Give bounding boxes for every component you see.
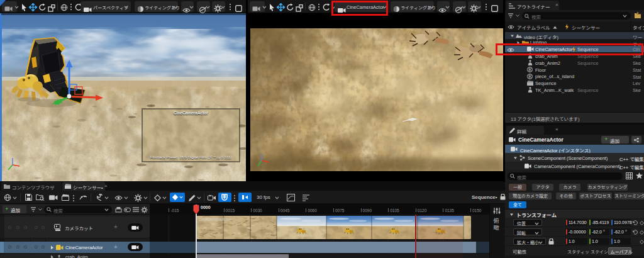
svg-text:CineCameraActor: CineCameraActor [199, 217, 231, 222]
